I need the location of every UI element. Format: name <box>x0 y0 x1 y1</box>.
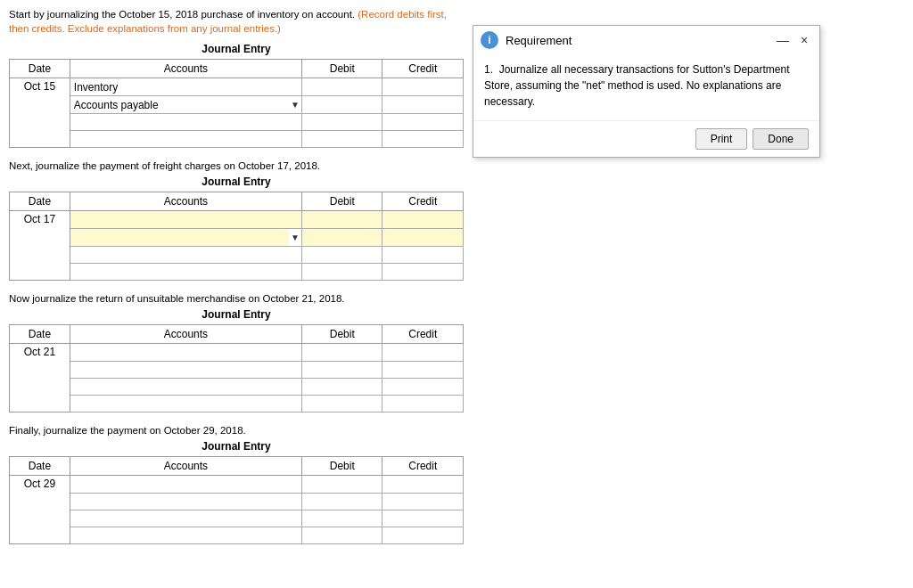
credit-input[interactable] <box>382 476 463 493</box>
account-input[interactable] <box>70 527 301 543</box>
credit-input-cell[interactable] <box>382 264 464 281</box>
credit-input[interactable] <box>382 229 463 246</box>
credit-input-cell[interactable] <box>382 229 464 247</box>
debit-input[interactable] <box>302 494 382 510</box>
account-input-cell[interactable] <box>70 264 301 281</box>
account-input[interactable] <box>70 379 301 395</box>
debit-input[interactable] <box>302 247 382 263</box>
account-input-cell[interactable] <box>70 344 301 362</box>
debit-input[interactable] <box>302 114 382 130</box>
credit-input[interactable] <box>382 527 463 543</box>
account-input[interactable] <box>70 396 301 412</box>
credit-input[interactable] <box>382 344 463 361</box>
debit-input[interactable] <box>302 264 382 280</box>
credit-input-cell[interactable] <box>382 476 464 494</box>
debit-input[interactable] <box>302 527 382 543</box>
debit-input-cell[interactable] <box>302 114 382 131</box>
debit-input-cell[interactable] <box>302 211 382 229</box>
account-input-cell[interactable] <box>70 131 301 148</box>
credit-input[interactable] <box>382 247 463 263</box>
debit-input-cell[interactable] <box>302 362 382 379</box>
debit-input[interactable] <box>302 78 382 95</box>
account-input[interactable] <box>70 264 301 280</box>
debit-input-cell[interactable] <box>302 96 382 114</box>
account-input[interactable] <box>70 96 289 113</box>
credit-input[interactable] <box>382 96 463 113</box>
debit-input-cell[interactable] <box>302 344 382 362</box>
dropdown-arrow-icon[interactable]: ▼ <box>289 96 301 113</box>
account-input[interactable] <box>70 344 301 361</box>
account-input-cell[interactable] <box>70 114 301 131</box>
account-input-cell[interactable] <box>70 247 301 264</box>
debit-input-cell[interactable] <box>302 527 382 544</box>
credit-input[interactable] <box>382 211 463 228</box>
debit-input[interactable] <box>302 344 382 361</box>
account-input[interactable] <box>70 131 301 147</box>
debit-input-cell[interactable] <box>302 476 382 494</box>
account-input-cell[interactable]: ▼ <box>70 96 301 114</box>
account-input-cell[interactable] <box>70 494 301 510</box>
credit-input-cell[interactable] <box>382 510 464 527</box>
credit-input[interactable] <box>382 494 463 510</box>
account-input-cell[interactable] <box>70 476 301 494</box>
debit-input-cell[interactable] <box>302 131 382 148</box>
debit-input[interactable] <box>302 131 382 147</box>
account-input[interactable] <box>70 362 301 378</box>
account-input-cell[interactable] <box>70 396 301 412</box>
account-input[interactable] <box>70 114 301 130</box>
credit-input-cell[interactable] <box>382 527 464 544</box>
credit-input-cell[interactable] <box>382 78 464 96</box>
debit-input-cell[interactable] <box>302 494 382 510</box>
credit-input-cell[interactable] <box>382 114 464 131</box>
minimize-button[interactable]: — <box>775 33 791 47</box>
credit-input-cell[interactable] <box>382 362 464 379</box>
credit-input[interactable] <box>382 396 463 412</box>
credit-input[interactable] <box>382 379 463 395</box>
credit-input-cell[interactable] <box>382 379 464 396</box>
account-input-cell[interactable] <box>70 211 301 229</box>
credit-input-cell[interactable] <box>382 344 464 362</box>
debit-input-cell[interactable] <box>302 229 382 247</box>
debit-input[interactable] <box>302 379 382 395</box>
debit-input-cell[interactable] <box>302 510 382 527</box>
credit-input[interactable] <box>382 131 463 147</box>
account-input[interactable] <box>70 476 301 493</box>
credit-input[interactable] <box>382 78 463 95</box>
debit-input-cell[interactable] <box>302 264 382 281</box>
credit-input-cell[interactable] <box>382 96 464 114</box>
close-button[interactable]: × <box>796 33 812 47</box>
dropdown-arrow-icon[interactable]: ▼ <box>289 229 301 246</box>
account-input[interactable] <box>70 211 301 228</box>
account-input-cell[interactable] <box>70 379 301 396</box>
account-input-cell[interactable] <box>70 510 301 527</box>
debit-input-cell[interactable] <box>302 78 382 96</box>
debit-input-cell[interactable] <box>302 379 382 396</box>
credit-input-cell[interactable] <box>382 247 464 264</box>
credit-input-cell[interactable] <box>382 131 464 148</box>
credit-input[interactable] <box>382 362 463 378</box>
account-input[interactable] <box>70 78 301 95</box>
account-input[interactable] <box>70 247 301 263</box>
debit-input-cell[interactable] <box>302 247 382 264</box>
account-input-cell[interactable] <box>70 362 301 379</box>
credit-input[interactable] <box>382 264 463 280</box>
credit-input-cell[interactable] <box>382 494 464 510</box>
account-input-cell[interactable] <box>70 78 301 96</box>
debit-input-cell[interactable] <box>302 396 382 412</box>
debit-input[interactable] <box>302 476 382 493</box>
debit-input[interactable] <box>302 510 382 527</box>
credit-input-cell[interactable] <box>382 396 464 412</box>
debit-input[interactable] <box>302 229 382 246</box>
account-input[interactable] <box>70 229 289 246</box>
credit-input-cell[interactable] <box>382 211 464 229</box>
debit-input[interactable] <box>302 396 382 412</box>
debit-input[interactable] <box>302 362 382 378</box>
done-button[interactable]: Done <box>753 128 809 150</box>
debit-input[interactable] <box>302 211 382 228</box>
account-input-cell[interactable]: ▼ <box>70 229 301 247</box>
account-input[interactable] <box>70 494 301 510</box>
credit-input[interactable] <box>382 510 463 527</box>
account-input[interactable] <box>70 510 301 527</box>
account-input-cell[interactable] <box>70 527 301 544</box>
print-button[interactable]: Print <box>695 128 748 150</box>
